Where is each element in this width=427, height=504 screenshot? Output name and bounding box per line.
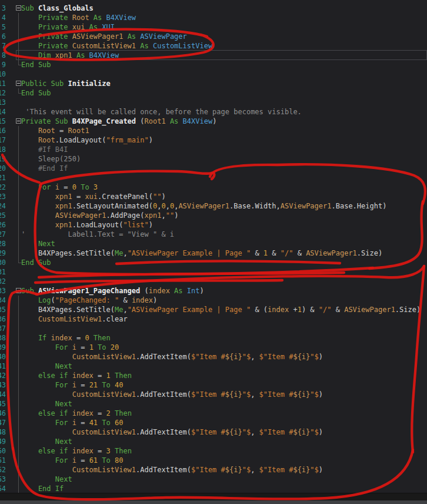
fold-guide — [6, 465, 21, 475]
code-line[interactable]: 16 Root = Root1 — [0, 126, 427, 135]
line-number: 14 — [0, 107, 6, 117]
fold-toggle-icon[interactable] — [6, 117, 21, 126]
code-line[interactable]: 19 Sleep(250) — [0, 154, 427, 164]
fold-guide — [6, 126, 21, 135]
code-line[interactable]: 14 'This event will be called once, befo… — [0, 107, 427, 117]
code-text: xpn1.SetLayoutAnimated(0,0,0,ASViewPager… — [21, 201, 427, 211]
code-text: Dim xpn1 As B4XView — [21, 51, 427, 60]
code-line[interactable]: 50 else if index = 3 Then — [0, 446, 427, 456]
code-text: else if index = 3 Then — [21, 446, 427, 456]
fold-minus-box-icon[interactable] — [16, 288, 21, 293]
fold-guide — [6, 60, 21, 69]
code-line[interactable]: 12End Sub — [0, 88, 427, 98]
code-text: Root = Root1 — [21, 126, 427, 135]
code-line[interactable]: 38 If index = 0 Then — [0, 333, 427, 343]
code-text: Log("PageChanged: " & index) — [21, 296, 427, 305]
fold-guide — [6, 437, 21, 446]
code-line[interactable]: 10 — [0, 69, 427, 79]
code-line[interactable]: 5 Private xui As XUI — [0, 22, 427, 32]
line-number: 33 — [0, 286, 6, 296]
fold-guide — [6, 51, 21, 60]
code-text: xpn1.LoadLayout("list") — [21, 220, 427, 230]
code-line[interactable]: 51 For i = 61 To 80 — [0, 456, 427, 465]
code-line[interactable]: 18 #If B4I — [0, 145, 427, 154]
code-line[interactable]: 9End Sub — [0, 60, 427, 69]
code-line[interactable]: 41 Next — [0, 362, 427, 371]
horizontal-scrollbar-thumb[interactable] — [0, 500, 427, 504]
code-line[interactable]: 26 xpn1.LoadLayout("list") — [0, 220, 427, 230]
code-line[interactable]: 24 xpn1.SetLayoutAnimated(0,0,0,ASViewPa… — [0, 201, 427, 211]
code-line[interactable]: 25 ASViewPager1.AddPage(xpn1,"") — [0, 211, 427, 220]
code-line[interactable]: 6 Private ASViewPager1 As ASViewPager — [0, 32, 427, 41]
line-number: 18 — [0, 145, 6, 154]
code-line[interactable]: 3Sub Class_Globals — [0, 4, 427, 13]
line-number: 30 — [0, 258, 6, 267]
code-line[interactable]: 15Private Sub B4XPage_Created (Root1 As … — [0, 117, 427, 126]
code-line[interactable]: 33Sub ASViewPager1_PageChanged (index As… — [0, 286, 427, 296]
code-line[interactable]: 32 — [0, 277, 427, 286]
line-number: 29 — [0, 248, 6, 258]
code-line[interactable]: 44 CustomListView1.AddTextItem($"Item #$… — [0, 390, 427, 399]
line-number: 10 — [0, 69, 6, 79]
code-line[interactable]: 23 xpn1 = xui.CreatePanel("") — [0, 192, 427, 201]
code-text: Next — [21, 475, 427, 484]
fold-guide — [6, 248, 21, 258]
code-text: Private Root As B4XView — [21, 13, 427, 22]
fold-toggle-icon[interactable] — [6, 79, 21, 88]
code-line[interactable]: 40 CustomListView1.AddTextItem($"Item #$… — [0, 352, 427, 362]
code-line[interactable]: 27' Label1.Text = "View " & i — [0, 230, 427, 239]
code-line[interactable]: 48 CustomListView1.AddTextItem($"Item #$… — [0, 427, 427, 437]
code-text: #End If — [21, 164, 427, 173]
code-text: For i = 61 To 80 — [21, 456, 427, 465]
code-line[interactable]: 20 #End If — [0, 164, 427, 173]
code-line[interactable]: 43 For i = 21 To 40 — [0, 380, 427, 390]
line-number: 25 — [0, 211, 6, 220]
line-number: 46 — [0, 409, 6, 418]
code-line[interactable]: 13 — [0, 98, 427, 107]
code-line[interactable]: 46 else if index = 2 Then — [0, 409, 427, 418]
code-line[interactable]: 17 Root.LoadLayout("frm_main") — [0, 135, 427, 145]
code-line[interactable]: 35 B4XPages.SetTitle(Me,"ASViewPager Exa… — [0, 305, 427, 314]
code-line[interactable]: 29 B4XPages.SetTitle(Me,"ASViewPager Exa… — [0, 248, 427, 258]
fold-guide — [6, 173, 21, 183]
fold-guide — [6, 164, 21, 173]
code-line[interactable]: 11Public Sub Initialize — [0, 79, 427, 88]
code-line[interactable]: 45 Next — [0, 399, 427, 409]
code-line[interactable]: 47 For i = 41 To 60 — [0, 418, 427, 427]
code-text: ASViewPager1.AddPage(xpn1,"") — [21, 211, 427, 220]
code-line[interactable]: 4 Private Root As B4XView — [0, 13, 427, 22]
code-line[interactable]: 42 else if index = 1 Then — [0, 371, 427, 380]
code-line[interactable]: 52 CustomListView1.AddTextItem($"Item #$… — [0, 465, 427, 475]
code-line[interactable]: 8 Dim xpn1 As B4XView — [0, 51, 427, 60]
code-lines: 3Sub Class_Globals4 Private Root As B4XV… — [0, 0, 427, 493]
code-text: End Sub — [21, 60, 427, 69]
fold-toggle-icon[interactable] — [6, 4, 21, 13]
line-number: 44 — [0, 390, 6, 399]
code-line[interactable]: 36 CustomListView1.clear — [0, 314, 427, 324]
code-line[interactable]: 21 — [0, 173, 427, 183]
fold-toggle-icon[interactable] — [6, 286, 21, 296]
fold-minus-box-icon[interactable] — [16, 118, 21, 124]
fold-minus-box-icon[interactable] — [16, 5, 21, 11]
fold-guide — [6, 192, 21, 201]
code-line[interactable]: 30End Sub — [0, 258, 427, 267]
code-text: #If B4I — [21, 145, 427, 154]
code-editor[interactable]: 3Sub Class_Globals4 Private Root As B4XV… — [0, 0, 427, 493]
code-line[interactable]: 28 Next — [0, 239, 427, 248]
code-text: 'This event will be called once, before … — [21, 107, 427, 117]
code-line[interactable]: 54 End If — [0, 484, 427, 493]
code-line[interactable]: 49 Next — [0, 437, 427, 446]
code-line[interactable]: 7 Private CustomListView1 As CustomListV… — [0, 41, 427, 51]
line-number: 40 — [0, 352, 6, 362]
code-text: Next — [21, 399, 427, 409]
code-line[interactable]: 53 Next — [0, 475, 427, 484]
line-number: 37 — [0, 324, 6, 333]
code-line[interactable]: 37 — [0, 324, 427, 333]
code-line[interactable]: 22 For i = 0 To 3 — [0, 183, 427, 192]
line-number: 22 — [0, 183, 6, 192]
code-line[interactable]: 34 Log("PageChanged: " & index) — [0, 296, 427, 305]
fold-guide — [6, 258, 21, 267]
code-line[interactable]: 39 For i = 1 To 20 — [0, 343, 427, 352]
code-line[interactable]: 31 — [0, 267, 427, 277]
fold-minus-box-icon[interactable] — [16, 81, 21, 86]
